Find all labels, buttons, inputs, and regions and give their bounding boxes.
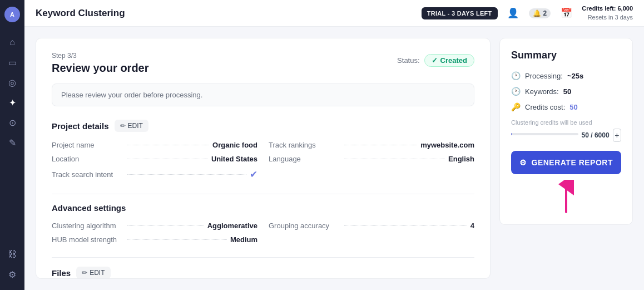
credits-bar-fill [511,133,512,135]
pencil-icon[interactable]: ✎ [3,134,21,151]
settings-icon[interactable]: ⚙ [3,266,21,283]
step-label: Step 3/3 [52,52,149,60]
project-details-grid: Project name Organic food Track rankings… [52,141,474,180]
page-title: Keyword Clustering [36,8,415,19]
project-edit-button[interactable]: ✏ EDIT [115,120,148,132]
files-title: Files [52,268,71,278]
project-details-title: Project details [52,121,109,131]
snowflake-icon[interactable]: ✦ [3,94,21,111]
project-name-row: Project name Organic food [52,141,257,149]
check-icon: ✓ [432,56,438,65]
generate-report-label: GENERATE REPORT [532,158,613,167]
generate-report-button[interactable]: ⚙ GENERATE REPORT [511,151,621,174]
gear-icon: ⚙ [519,158,527,167]
advanced-settings-grid: Clustering algorithm Agglomerative Group… [52,222,474,244]
advanced-settings-header: Advanced settings [52,203,474,213]
files-edit-icon: ✏ [82,269,87,277]
project-name-label: Project name [52,141,124,149]
grouping-accuracy-label: Grouping accuracy [269,222,341,230]
search-intent-check-icon: ✔ [250,169,257,180]
advanced-settings-title: Advanced settings [52,203,126,213]
processing-label: Processing: [525,72,563,80]
search-intent-label: Track search intent [52,170,124,179]
location-value: United States [211,155,257,163]
credits-cost-label: Credits cost: [525,103,565,111]
track-rankings-row: Track rankings mywebsite.com [269,141,474,149]
clock-icon: 🕐 [511,71,521,80]
status-label: Status: [397,56,419,65]
arrow-up-icon [555,180,577,213]
credits-bar-count: 50 / 6000 [582,131,610,139]
track-rankings-label: Track rankings [269,141,341,149]
language-label: Language [269,155,341,163]
grouping-accuracy-row: Grouping accuracy 4 [269,222,474,230]
status-value: Created [440,56,467,65]
main-area: Keyword Clustering TRIAL - 3 DAYS LEFT 👤… [24,0,644,290]
project-details-header: Project details ✏ EDIT [52,120,474,132]
credits-left: Credits left: 6,000 [582,5,633,12]
project-name-value: Organic food [212,141,257,149]
document-icon[interactable]: ▭ [3,53,21,71]
divider-2 [52,257,474,258]
arrow-container [511,180,621,213]
files-edit-button[interactable]: ✏ EDIT [76,267,110,279]
divider-1 [52,194,474,194]
trial-badge: TRIAL - 3 DAYS LEFT [422,7,498,19]
project-edit-label: EDIT [128,122,143,130]
clustering-algorithm-value: Agglomerative [207,222,257,230]
avatar[interactable]: A [4,7,20,22]
left-panel: Step 3/3 Review your order Status: ✓ Cre… [36,38,491,279]
user-icon[interactable]: 👤 [504,4,522,22]
clustering-algorithm-row: Clustering algorithm Agglomerative [52,222,257,230]
notifications-badge[interactable]: 🔔 2 [529,8,551,18]
status-badge: ✓ Created [424,54,474,67]
language-row: Language English [269,155,474,163]
clustering-algorithm-label: Clustering algorithm [52,222,124,230]
hub-model-label: HUB model strength [52,235,124,244]
right-panel: Summary 🕐 Processing: ~25s 🕐 Keywords: 5… [499,38,633,279]
credits-resets: Resets in 3 days [582,13,633,22]
credits-bar-track [511,133,578,135]
processing-row: 🕐 Processing: ~25s [511,71,621,80]
notifications-count: 2 [543,9,547,17]
credits-info: Credits left: 6,000 Resets in 3 days [582,4,633,22]
bell-icon: 🔔 [533,9,541,17]
credits-cost-value: 50 [569,103,577,111]
location-label: Location [52,155,124,163]
link-icon[interactable]: ⛓ [3,245,21,263]
hub-model-value: Medium [230,235,257,244]
files-edit-label: EDIT [90,269,105,277]
topbar: Keyword Clustering TRIAL - 3 DAYS LEFT 👤… [24,0,644,27]
credits-cost-row: 🔑 Credits cost: 50 [511,102,621,111]
edit-icon: ✏ [120,122,126,130]
keywords-row: 🕐 Keywords: 50 [511,87,621,96]
summary-card: Summary 🕐 Processing: ~25s 🕐 Keywords: 5… [499,38,633,225]
location-row: Location United States [52,155,257,163]
credits-icon: 🔑 [511,102,521,111]
search-intent-row: Track search intent ✔ [52,169,257,180]
summary-title: Summary [511,50,621,61]
keywords-value: 50 [563,87,571,96]
processing-value: ~25s [567,72,583,80]
home-icon[interactable]: ⌂ [3,33,21,51]
keywords-icon: 🕐 [511,87,521,96]
language-value: English [448,155,474,163]
calendar-icon[interactable]: 📅 [557,4,575,22]
track-rankings-value: mywebsite.com [420,141,474,149]
hub-model-row: HUB model strength Medium [52,235,257,244]
globe-icon[interactable]: ◎ [3,73,21,91]
keywords-label: Keywords: [525,87,559,96]
credits-add-button[interactable]: + [613,129,621,142]
grouping-accuracy-value: 4 [470,222,474,230]
panel-title: Review your order [52,62,149,75]
credits-bar-section: Clustering credits will be used 50 / 600… [511,119,621,142]
credits-bar-label: Clustering credits will be used [511,119,592,126]
files-header: Files ✏ EDIT [52,267,474,279]
sidebar: A ⌂ ▭ ◎ ✦ ⊙ ✎ ⛓ ⚙ [0,0,24,290]
info-box: Please review your order before processi… [52,83,474,106]
content-area: Step 3/3 Review your order Status: ✓ Cre… [24,27,644,290]
target-icon[interactable]: ⊙ [3,114,21,131]
